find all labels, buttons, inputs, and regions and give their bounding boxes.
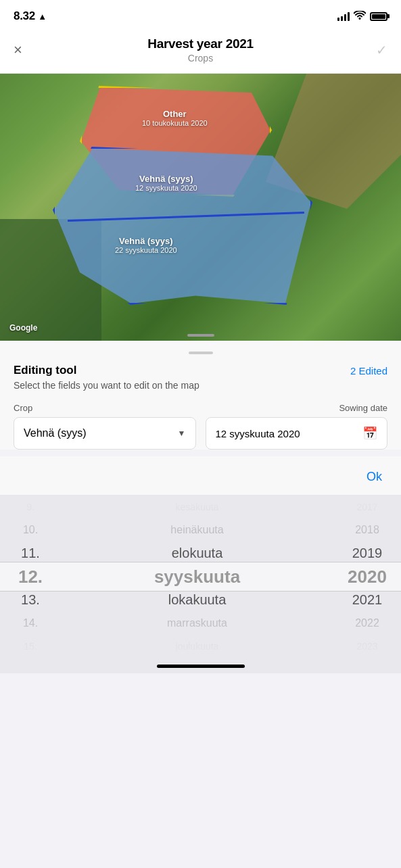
date-picker[interactable]: 9. 10. 11. 12. 13. 14. 15. kesäkuuta hei… (0, 496, 401, 658)
picker-day-2: 10. (0, 519, 61, 541)
crop-group: Crop Vehnä (syys) ▼ (14, 403, 196, 450)
map-label-vehn1: Vehnä (syys) 12 syyskuuta 2020 (135, 174, 197, 192)
picker-year-column[interactable]: 2017 2018 2019 2020 2021 2022 2023 (333, 496, 401, 658)
page-subtitle: Crops (38, 53, 363, 64)
picker-year-6: 2022 (333, 611, 401, 634)
map-container[interactable]: Other 10 toukokuuta 2020 Vehnä (syys) 12… (0, 74, 401, 341)
svg-point-0 (359, 18, 361, 20)
picker-year-5: 2021 (333, 588, 401, 611)
sowing-date-field[interactable]: 12 syyskuuta 2020 📅 (206, 417, 388, 450)
edited-badge: 2 Edited (350, 365, 387, 377)
signal-bars-icon (337, 11, 350, 21)
ok-button[interactable]: Ok (361, 467, 387, 487)
map-label-vehn2: Vehnä (syys) 22 syyskuuta 2020 (115, 236, 177, 254)
picker-day-column[interactable]: 9. 10. 11. 12. 13. 14. 15. (0, 496, 61, 658)
picker-year-2: 2018 (333, 519, 401, 541)
field-blue-border (53, 147, 312, 305)
drag-indicator (189, 352, 213, 354)
picker-month-5: lokakuuta (61, 588, 333, 611)
sowing-group: Sowing date 12 syyskuuta 2020 📅 (206, 403, 388, 450)
editing-subtitle: Select the fields you want to edit on th… (14, 380, 387, 391)
location-icon: ▲ (38, 11, 47, 22)
home-indicator-bar (157, 665, 245, 668)
picker-day-5: 13. (0, 588, 61, 611)
crop-select[interactable]: Vehnä (syys) ▼ (14, 417, 196, 450)
picker-day-selected: 12. (0, 565, 61, 588)
map-label-other: Other 10 toukokuuta 2020 (142, 109, 208, 127)
picker-month-column[interactable]: kesäkuuta heinäkuuta elokuuta syyskuuta … (61, 496, 333, 658)
picker-month-3: elokuuta (61, 542, 333, 565)
header-title-block: Harvest year 2021 Crops (38, 37, 363, 64)
close-button[interactable]: × (14, 41, 38, 59)
sowing-date-value: 12 syyskuuta 2020 (216, 428, 300, 439)
wifi-icon (354, 11, 366, 22)
calendar-icon: 📅 (362, 426, 377, 441)
picker-day-7: 15. (0, 635, 61, 658)
google-watermark: Google (9, 323, 37, 333)
picker-day-1: 9. (0, 496, 61, 519)
crop-label: Crop (14, 403, 196, 413)
picker-year-selected: 2020 (333, 565, 401, 588)
battery-icon (370, 12, 387, 21)
picker-month-7: joulukuuta (61, 635, 333, 658)
ok-area: Ok (0, 456, 401, 496)
status-bar: 8.32 ▲ (0, 0, 401, 30)
picker-columns: 9. 10. 11. 12. 13. 14. 15. kesäkuuta hei… (0, 496, 401, 658)
picker-day-6: 14. (0, 611, 61, 634)
status-icons (337, 11, 387, 22)
sowing-label: Sowing date (206, 403, 388, 413)
home-indicator-area (0, 658, 401, 673)
picker-month-1: kesäkuuta (61, 496, 333, 519)
status-time: 8.32 ▲ (14, 9, 47, 23)
picker-day-3: 11. (0, 542, 61, 565)
picker-year-7: 2023 (333, 635, 401, 658)
picker-month-2: heinäkuuta (61, 519, 333, 541)
confirm-button[interactable]: ✓ (363, 42, 387, 58)
editing-header: Editing tool 2 Edited (14, 364, 387, 377)
bottom-sheet: Editing tool 2 Edited Select the fields … (0, 341, 401, 450)
header: × Harvest year 2021 Crops ✓ (0, 30, 401, 74)
crop-value: Vehnä (syys) (24, 427, 86, 439)
picker-month-selected: syyskuuta (61, 565, 333, 588)
picker-month-6: marraskuuta (61, 611, 333, 634)
form-row: Crop Vehnä (syys) ▼ Sowing date 12 syysk… (14, 403, 387, 450)
editing-title: Editing tool (14, 364, 76, 377)
dropdown-arrow-icon: ▼ (178, 429, 186, 438)
picker-year-3: 2019 (333, 542, 401, 565)
page-title: Harvest year 2021 (38, 37, 363, 51)
map-drag-handle[interactable] (187, 334, 214, 337)
picker-year-1: 2017 (333, 496, 401, 519)
